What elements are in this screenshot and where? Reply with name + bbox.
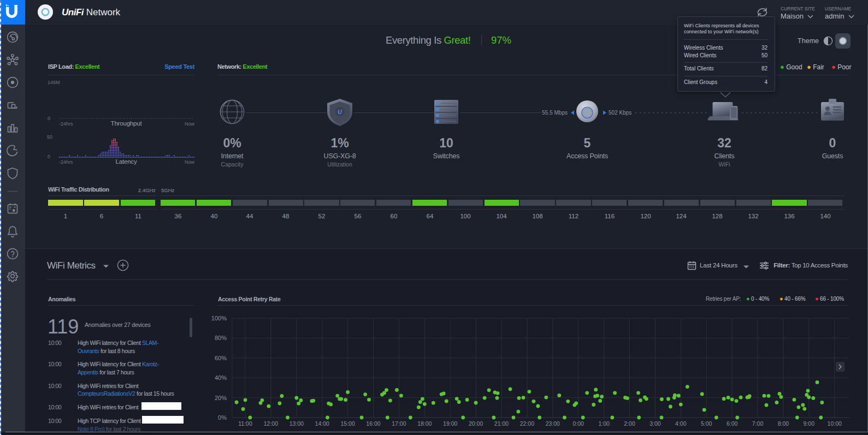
svg-text:2:00: 2:00 <box>624 420 635 427</box>
svg-text:80%: 80% <box>215 335 227 341</box>
svg-text:5:00: 5:00 <box>701 420 712 427</box>
svg-text:21:00: 21:00 <box>494 420 509 427</box>
svg-text:9:00: 9:00 <box>804 420 815 427</box>
svg-text:6:00: 6:00 <box>727 420 738 427</box>
svg-text:19:00: 19:00 <box>443 420 457 427</box>
svg-text:18:00: 18:00 <box>417 420 432 427</box>
svg-text:23:00: 23:00 <box>546 420 560 427</box>
svg-text:40%: 40% <box>215 374 227 381</box>
svg-text:10:00: 10:00 <box>828 420 842 427</box>
svg-text:14:00: 14:00 <box>315 420 329 427</box>
svg-text:20:00: 20:00 <box>469 420 483 427</box>
svg-text:20%: 20% <box>215 395 227 401</box>
svg-text:0%: 0% <box>218 414 227 421</box>
svg-text:U: U <box>338 109 342 115</box>
svg-text:60%: 60% <box>215 355 227 361</box>
svg-text:12:00: 12:00 <box>264 420 278 427</box>
svg-text:100%: 100% <box>211 315 227 321</box>
svg-text:0:00: 0:00 <box>572 420 584 427</box>
svg-text:17:00: 17:00 <box>392 420 406 427</box>
svg-text:11:00: 11:00 <box>238 420 252 427</box>
svg-text:1:00: 1:00 <box>598 420 610 427</box>
svg-text:13:00: 13:00 <box>290 420 304 427</box>
svg-text:22:00: 22:00 <box>520 420 534 427</box>
svg-text:15:00: 15:00 <box>340 420 355 427</box>
svg-text:8:00: 8:00 <box>778 420 789 427</box>
svg-text:3:00: 3:00 <box>649 420 661 427</box>
svg-text:16:00: 16:00 <box>366 420 380 427</box>
svg-text:7:00: 7:00 <box>752 420 764 427</box>
svg-text:4:00: 4:00 <box>675 420 687 427</box>
